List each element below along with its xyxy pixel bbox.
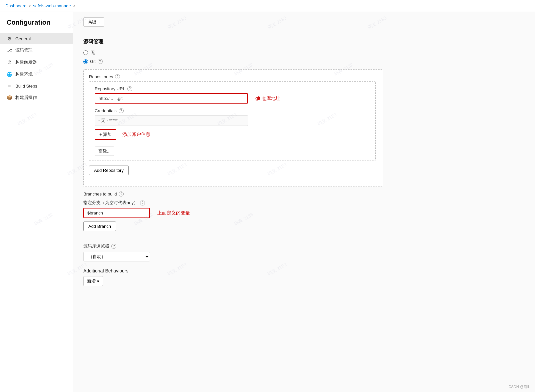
- list-icon: ≡: [7, 83, 12, 89]
- new-add-label: 新增: [87, 278, 96, 284]
- add-credentials-button[interactable]: + 添加: [95, 129, 116, 140]
- sidebar: Configuration ⚙ General ⎇ 源码管理 ⏱ 构建触发器 🌐…: [0, 12, 73, 392]
- breadcrumb-project[interactable]: safeis-web-manage: [33, 3, 71, 8]
- csdn-footer: CSDN @沿时: [509, 384, 531, 389]
- add-repository-button[interactable]: Add Repository: [89, 166, 129, 175]
- new-add-button[interactable]: 新增 ▾: [83, 276, 103, 286]
- sidebar-item-source-mgmt[interactable]: ⎇ 源码管理: [0, 44, 73, 56]
- radio-git[interactable]: Git ?: [83, 59, 525, 64]
- radio-none-label: 无: [91, 50, 95, 56]
- advanced-top-button[interactable]: 高级...: [83, 17, 104, 27]
- globe-icon: 🌐: [7, 72, 12, 77]
- sidebar-item-general[interactable]: ⚙ General: [0, 33, 73, 44]
- browser-section: 源码库浏览器 ? （自动）: [83, 243, 383, 261]
- sidebar-item-label-general: General: [15, 36, 31, 41]
- branches-section: Branches to build ? 指定分支（为空时代表any） ? 上面定…: [83, 192, 383, 238]
- dropdown-chevron-icon: ▾: [97, 279, 99, 284]
- branches-help-icon[interactable]: ?: [119, 192, 124, 196]
- credentials-help-icon[interactable]: ?: [119, 108, 124, 113]
- additional-behaviours-section: Additional Behaviours 新增 ▾: [83, 268, 383, 286]
- source-section-title: 源码管理: [83, 39, 525, 45]
- add-branch-button[interactable]: Add Branch: [83, 221, 116, 231]
- radio-git-label: Git: [90, 59, 96, 64]
- sidebar-item-post-build[interactable]: 📦 构建后操作: [0, 92, 73, 104]
- repositories-help-icon[interactable]: ?: [115, 74, 120, 79]
- radio-none[interactable]: 无: [83, 50, 525, 56]
- branch-annotation: 上面定义的变量: [157, 210, 190, 216]
- sidebar-title: Configuration: [0, 19, 73, 33]
- credentials-label: Credentials ?: [95, 108, 370, 113]
- browser-help-icon[interactable]: ?: [111, 244, 116, 249]
- git-help-icon[interactable]: ?: [98, 59, 103, 64]
- top-bar: Dashboard > safeis-web-manage >: [0, 0, 535, 12]
- main-content: 高级... 源码管理 无 Git ? Repositories ?: [73, 12, 535, 392]
- advanced-inner-button[interactable]: 高级...: [95, 147, 114, 156]
- clock-icon: ⏱: [7, 60, 12, 65]
- sidebar-item-build-steps[interactable]: ≡ Build Steps: [0, 80, 73, 92]
- package-icon: 📦: [7, 95, 12, 100]
- credentials-display: - 无 - *****: [95, 115, 248, 126]
- browser-label: 源码库浏览器 ?: [83, 243, 383, 249]
- repo-url-help-icon[interactable]: ?: [127, 86, 132, 91]
- breadcrumb-dashboard[interactable]: Dashboard: [5, 3, 27, 8]
- browser-select[interactable]: （自动）: [83, 252, 150, 261]
- sidebar-item-label-env: 构建环境: [15, 71, 33, 77]
- sidebar-item-label-trigger: 构建触发器: [15, 59, 37, 65]
- sidebar-item-label-source: 源码管理: [15, 47, 33, 53]
- branch-field-section: 指定分支（为空时代表any） ? 上面定义的变量: [83, 200, 383, 218]
- main-layout: Configuration ⚙ General ⎇ 源码管理 ⏱ 构建触发器 🌐…: [0, 12, 535, 392]
- credentials-add-row: + 添加 添加账户信息: [95, 129, 370, 140]
- radio-git-input[interactable]: [83, 59, 88, 64]
- branch-field-help-icon[interactable]: ?: [140, 200, 145, 205]
- branch-icon: ⎇: [7, 48, 12, 53]
- repo-url-row: git 仓库地址: [95, 93, 370, 104]
- branches-label: Branches to build ?: [83, 192, 383, 196]
- branch-input[interactable]: [83, 208, 150, 218]
- repo-url-section: Repository URL ? git 仓库地址: [95, 86, 370, 104]
- additional-label: Additional Behaviours: [83, 268, 383, 273]
- repositories-label: Repositories ?: [89, 74, 378, 79]
- repo-url-annotation: git 仓库地址: [255, 96, 280, 102]
- source-radio-group: 无 Git ?: [83, 50, 525, 64]
- radio-none-input[interactable]: [83, 50, 88, 55]
- breadcrumb-sep-2: >: [73, 3, 76, 8]
- sidebar-item-build-trigger[interactable]: ⏱ 构建触发器: [0, 56, 73, 68]
- repo-inner-box: Repository URL ? git 仓库地址 Credentials ? …: [89, 81, 376, 161]
- repositories-box: Repositories ? Repository URL ? git 仓库地址: [83, 69, 383, 187]
- gear-icon: ⚙: [7, 36, 12, 41]
- credentials-section: Credentials ? - 无 - ***** + 添加 添加账户信息: [95, 108, 370, 140]
- repo-url-label: Repository URL ?: [95, 86, 370, 91]
- sidebar-item-label-post: 构建后操作: [15, 95, 37, 101]
- branch-input-row: 上面定义的变量: [83, 208, 383, 218]
- breadcrumb-sep-1: >: [29, 3, 31, 8]
- branch-field-label: 指定分支（为空时代表any） ?: [83, 200, 383, 206]
- sidebar-item-label-steps: Build Steps: [15, 84, 37, 89]
- repo-url-input[interactable]: [95, 93, 248, 104]
- add-credentials-annotation: 添加账户信息: [122, 132, 150, 138]
- sidebar-item-build-env[interactable]: 🌐 构建环境: [0, 68, 73, 80]
